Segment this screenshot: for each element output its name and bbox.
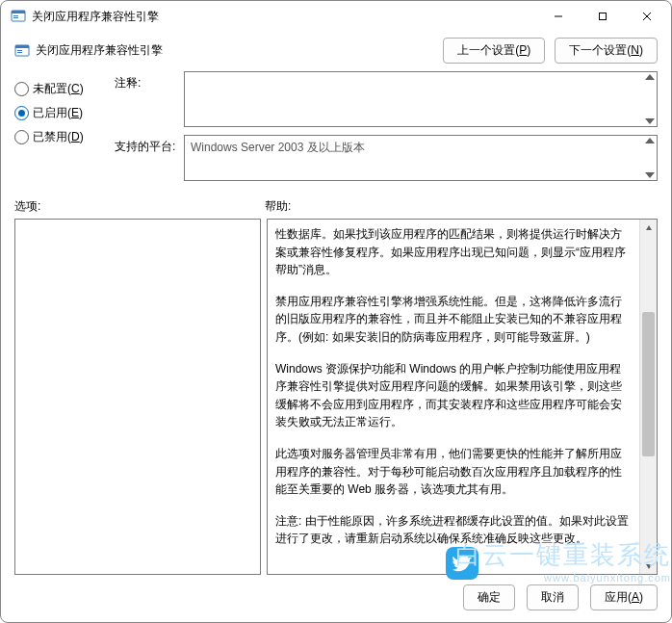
radio-label: 已启用(E): [33, 105, 83, 121]
radio-label: 未配置(C): [33, 81, 84, 97]
platform-field-row: 支持的平台: Windows Server 2003 及以上版本: [115, 135, 658, 181]
apply-button[interactable]: 应用(A): [590, 584, 658, 610]
cancel-button[interactable]: 取消: [527, 584, 579, 610]
help-paragraph: 禁用应用程序兼容性引擎将增强系统性能。但是，这将降低许多流行的旧版应用程序的兼容…: [275, 293, 632, 347]
window-controls: [536, 1, 669, 32]
svg-rect-11: [17, 52, 22, 53]
maximize-button[interactable]: [581, 1, 625, 32]
scroll-down-button[interactable]: [640, 558, 657, 574]
svg-rect-3: [13, 17, 18, 18]
scroll-thumb[interactable]: [642, 312, 655, 456]
help-scrollbar[interactable]: [639, 220, 657, 574]
close-button[interactable]: [625, 1, 669, 32]
policy-editor-window: 关闭应用程序兼容性引擎 关闭应用程序兼容性引擎 上一个设置(P) 下一个设置(N…: [0, 0, 672, 623]
policy-title: 关闭应用程序兼容性引擎: [36, 42, 163, 59]
comment-label: 注释:: [115, 71, 184, 91]
scroll-up-icon[interactable]: [645, 138, 655, 143]
comment-textarea[interactable]: [184, 71, 658, 127]
subheader: 关闭应用程序兼容性引擎 上一个设置(P) 下一个设置(N): [1, 32, 671, 67]
scroll-down-icon[interactable]: [645, 118, 655, 124]
policy-icon: [14, 43, 30, 59]
ok-button[interactable]: 确定: [463, 584, 515, 610]
radio-disabled[interactable]: 已禁用(D): [14, 129, 111, 145]
radio-icon: [14, 82, 29, 96]
radio-label: 已禁用(D): [33, 129, 84, 145]
radio-icon: [14, 130, 29, 144]
help-paragraph: Windows 资源保护功能和 Windows 的用户帐户控制功能使用应用程序兼…: [275, 360, 632, 431]
radio-not-configured[interactable]: 未配置(C): [14, 81, 111, 97]
radio-icon: [14, 106, 29, 120]
platform-value: Windows Server 2003 及以上版本: [191, 140, 365, 156]
titlebar: 关闭应用程序兼容性引擎: [1, 1, 671, 32]
comment-field-row: 注释:: [115, 71, 658, 127]
titlebar-left: 关闭应用程序兼容性引擎: [11, 9, 159, 25]
options-pane: [14, 219, 261, 575]
help-pane: 性数据库。如果找到该应用程序的匹配结果，则将提供运行时解决方案或兼容性修复程序。…: [267, 219, 658, 575]
help-header: 帮助:: [265, 198, 291, 215]
svg-rect-2: [13, 15, 18, 16]
platform-label: 支持的平台:: [115, 135, 184, 155]
app-icon: [11, 9, 26, 24]
scroll-up-button[interactable]: [640, 220, 657, 236]
dialog-footer: 确定 取消 应用(A): [1, 575, 671, 622]
state-radio-group: 未配置(C) 已启用(E) 已禁用(D): [14, 71, 111, 189]
options-header: 选项:: [14, 198, 265, 215]
section-headers: 选项: 帮助:: [1, 189, 671, 219]
svg-marker-12: [646, 225, 652, 230]
help-paragraph: 此选项对服务器管理员非常有用，他们需要更快的性能并了解所用应用程序的兼容性。对于…: [275, 445, 632, 499]
panels: 性数据库。如果找到该应用程序的匹配结果，则将提供运行时解决方案或兼容性修复程序。…: [1, 219, 671, 575]
previous-setting-button[interactable]: 上一个设置(P): [443, 38, 545, 64]
minimize-button[interactable]: [536, 1, 581, 32]
window-title: 关闭应用程序兼容性引擎: [32, 9, 159, 25]
policy-heading: 关闭应用程序兼容性引擎: [14, 42, 163, 59]
help-paragraph: 注意: 由于性能原因，许多系统进程都缓存此设置的值。如果对此设置进行了更改，请重…: [275, 512, 632, 548]
settings-area: 未配置(C) 已启用(E) 已禁用(D) 注释: 支持的平台:: [1, 67, 671, 189]
help-text: 性数据库。如果找到该应用程序的匹配结果，则将提供运行时解决方案或兼容性修复程序。…: [268, 220, 639, 574]
svg-rect-9: [15, 45, 29, 48]
next-setting-button[interactable]: 下一个设置(N): [555, 38, 658, 64]
nav-buttons: 上一个设置(P) 下一个设置(N): [443, 38, 658, 64]
platform-textarea: Windows Server 2003 及以上版本: [184, 135, 658, 181]
svg-rect-5: [600, 13, 607, 20]
svg-rect-1: [12, 11, 25, 13]
svg-marker-13: [646, 564, 652, 569]
radio-enabled[interactable]: 已启用(E): [14, 105, 111, 121]
fields-column: 注释: 支持的平台: Windows Server 2003 及以上版本: [115, 71, 658, 189]
help-paragraph: 性数据库。如果找到该应用程序的匹配结果，则将提供运行时解决方案或兼容性修复程序。…: [275, 225, 632, 279]
svg-rect-10: [17, 50, 22, 51]
scroll-up-icon[interactable]: [645, 74, 655, 80]
scroll-down-icon[interactable]: [645, 172, 655, 178]
